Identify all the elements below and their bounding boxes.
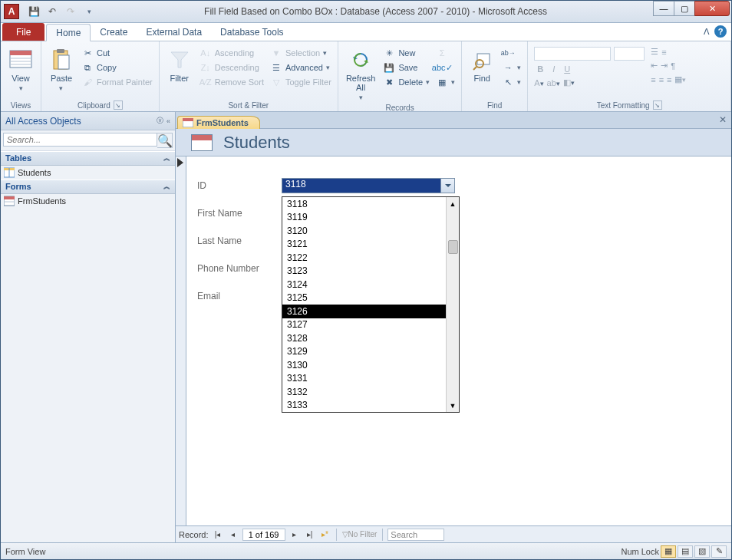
- file-tab[interactable]: File: [2, 23, 45, 41]
- font-color-button[interactable]: A▾: [534, 78, 543, 87]
- numbering-icon[interactable]: ≡: [661, 48, 666, 57]
- bullets-icon[interactable]: ☰: [651, 47, 658, 57]
- close-button[interactable]: ✕: [694, 1, 730, 16]
- form-view-button[interactable]: ▦: [661, 545, 676, 558]
- dropdown-item[interactable]: 3130: [282, 358, 446, 372]
- highlight-button[interactable]: ab▾: [547, 78, 560, 87]
- view-button[interactable]: View▾: [5, 46, 36, 94]
- dropdown-item[interactable]: 3124: [282, 278, 446, 292]
- undo-icon[interactable]: ↶: [44, 3, 61, 20]
- indent-left-icon[interactable]: ⇤: [651, 61, 658, 71]
- create-tab[interactable]: Create: [91, 23, 137, 41]
- ltr-icon[interactable]: ¶: [671, 61, 675, 71]
- maximize-button[interactable]: ▢: [674, 1, 695, 16]
- textfmt-dialog-launcher[interactable]: ↘: [653, 100, 662, 110]
- dropdown-scrollbar[interactable]: ▲ ▼: [446, 197, 459, 412]
- dropdown-item[interactable]: 3121: [282, 238, 446, 252]
- nav-search-input[interactable]: [3, 133, 157, 147]
- dropdown-item[interactable]: 3120: [282, 224, 446, 238]
- new-button[interactable]: ✳New: [381, 46, 431, 60]
- nav-forms-header[interactable]: Forms︽: [1, 180, 175, 194]
- dropdown-item[interactable]: 3128: [282, 331, 446, 345]
- more-button[interactable]: ▦▾: [434, 75, 457, 89]
- dropdown-item[interactable]: 3133: [282, 399, 446, 413]
- nav-item-students[interactable]: Students: [1, 166, 175, 180]
- dropdown-item[interactable]: 3119: [282, 211, 446, 225]
- underline-button[interactable]: U: [561, 64, 573, 74]
- datasheet-view-button[interactable]: ▤: [678, 545, 693, 558]
- external-data-tab[interactable]: External Data: [137, 23, 211, 41]
- refresh-all-button[interactable]: Refresh All▾: [343, 46, 379, 104]
- id-dropdown-list[interactable]: 3118311931203121312231233124312531263127…: [282, 196, 460, 413]
- dropdown-item[interactable]: 3126: [282, 305, 446, 318]
- remove-sort-button[interactable]: A⁄ZRemove Sort: [198, 75, 265, 89]
- selection-button[interactable]: ▼Selection ▾: [269, 46, 333, 60]
- database-tools-tab[interactable]: Database Tools: [211, 23, 293, 41]
- totals-button[interactable]: Σ: [434, 46, 457, 60]
- collapse-icon[interactable]: ︽: [163, 182, 170, 192]
- dropdown-item[interactable]: 3129: [282, 345, 446, 359]
- scroll-thumb[interactable]: [448, 240, 458, 254]
- nav-item-frmstudents[interactable]: FrmStudents: [1, 194, 175, 208]
- design-view-button[interactable]: ✎: [711, 545, 727, 558]
- replace-button[interactable]: ab→: [500, 46, 523, 60]
- paste-button[interactable]: Paste▾: [46, 46, 77, 94]
- nav-header[interactable]: All Access Objects ⓥ «: [1, 112, 175, 130]
- align-center-icon[interactable]: ≡: [659, 75, 664, 84]
- record-position-input[interactable]: [242, 529, 285, 541]
- filter-button[interactable]: Filter: [164, 46, 195, 84]
- prev-record-button[interactable]: ◂: [227, 529, 239, 541]
- new-record-button[interactable]: ▸*: [319, 529, 331, 541]
- align-left-icon[interactable]: ≡: [651, 75, 655, 84]
- clipboard-dialog-launcher[interactable]: ↘: [114, 100, 123, 110]
- next-record-button[interactable]: ▸: [289, 529, 301, 541]
- dropdown-item[interactable]: 3132: [282, 385, 446, 399]
- dropdown-item[interactable]: 3118: [282, 197, 446, 211]
- select-button[interactable]: ↖▾: [500, 75, 523, 89]
- format-painter-button[interactable]: 🖌Format Painter: [80, 75, 154, 89]
- nav-dropdown-icon[interactable]: ⓥ: [157, 116, 163, 126]
- bold-button[interactable]: B: [534, 64, 546, 74]
- dropdown-item[interactable]: 3125: [282, 292, 446, 305]
- cut-button[interactable]: ✂Cut: [80, 46, 154, 60]
- gridlines-icon[interactable]: ▦▾: [674, 74, 686, 84]
- delete-button[interactable]: ✖Delete ▾: [381, 75, 431, 89]
- minimize-button[interactable]: —: [653, 1, 674, 16]
- id-combo[interactable]: 3118: [282, 178, 455, 193]
- dropdown-item[interactable]: 3123: [282, 265, 446, 278]
- find-button[interactable]: Find: [467, 46, 497, 84]
- collapse-icon[interactable]: ︽: [163, 153, 170, 163]
- nav-search-button[interactable]: 🔍: [157, 133, 173, 148]
- nav-collapse-icon[interactable]: «: [167, 117, 170, 125]
- copy-button[interactable]: ⧉Copy: [80, 61, 154, 74]
- dropdown-item[interactable]: 3122: [282, 251, 446, 265]
- align-right-icon[interactable]: ≡: [667, 75, 671, 84]
- spelling-button[interactable]: abc✓: [434, 61, 457, 74]
- id-combo-input[interactable]: 3118: [282, 179, 440, 193]
- no-filter-icon[interactable]: ▽ No Filter: [341, 529, 378, 541]
- italic-button[interactable]: I: [549, 64, 558, 74]
- save-icon[interactable]: 💾: [25, 3, 42, 20]
- qat-customize-icon[interactable]: ▾: [81, 3, 97, 20]
- redo-icon[interactable]: ↷: [62, 3, 79, 20]
- dropdown-item[interactable]: 3131: [282, 372, 446, 386]
- indent-right-icon[interactable]: ⇥: [661, 61, 668, 71]
- scroll-up-icon[interactable]: ▲: [447, 197, 459, 210]
- fill-color-button[interactable]: ◧▾: [563, 77, 575, 87]
- scroll-down-icon[interactable]: ▼: [447, 399, 459, 412]
- record-search-input[interactable]: [387, 529, 444, 541]
- help-icon[interactable]: ?: [714, 25, 727, 38]
- descending-button[interactable]: Z↓Descending: [198, 61, 265, 74]
- layout-view-button[interactable]: ▧: [694, 545, 710, 558]
- dropdown-item[interactable]: 3127: [282, 318, 446, 332]
- tab-frmstudents[interactable]: FrmStudents: [177, 116, 260, 129]
- toggle-filter-button[interactable]: ▽Toggle Filter: [269, 75, 333, 89]
- home-tab[interactable]: Home: [46, 24, 91, 41]
- ascending-button[interactable]: A↓Ascending: [198, 46, 265, 60]
- id-combo-dropdown-button[interactable]: [440, 179, 454, 193]
- advanced-button[interactable]: ☰Advanced ▾: [269, 61, 333, 74]
- save-record-button[interactable]: 💾Save: [381, 61, 431, 74]
- nav-tables-header[interactable]: Tables︽: [1, 151, 175, 166]
- doc-close-button[interactable]: ✕: [717, 114, 728, 125]
- first-record-button[interactable]: |◂: [212, 529, 224, 541]
